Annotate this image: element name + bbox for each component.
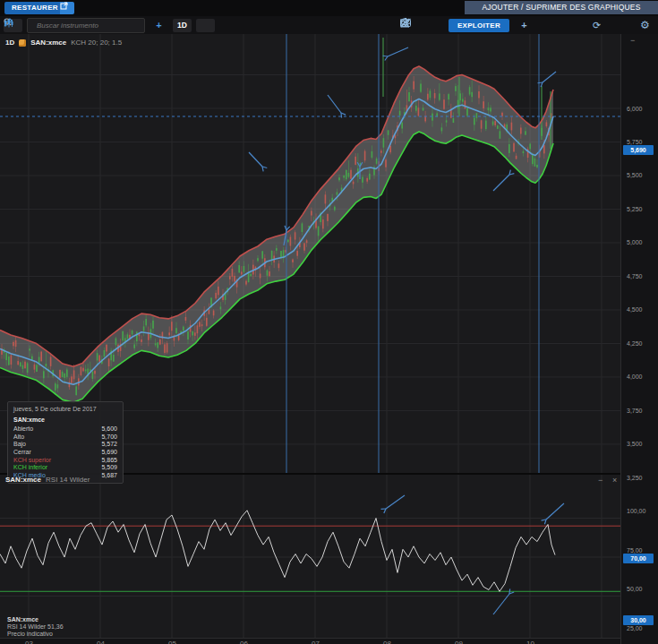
refresh-icon: ⟳: [593, 20, 601, 31]
time-tick-label: 04: [97, 640, 105, 644]
top-bar: RESTAURER AJOUTER / SUPRIMER DES GRAPHIQ…: [0, 0, 658, 16]
tooltip-row: KCH inferior5,509: [13, 464, 117, 472]
chart-style-button[interactable]: [196, 19, 215, 32]
time-tick-label: 03: [25, 640, 33, 644]
restore-tab[interactable]: RESTAURER: [4, 2, 65, 14]
exploit-button[interactable]: EXPLOITER: [449, 19, 509, 32]
chart-toolbar: + 1D EXPLOIT: [0, 16, 658, 35]
price-tick-label: 5,250: [627, 206, 643, 213]
legend-symbol: SAN:xmce: [7, 616, 64, 623]
gear-icon: ⚙: [640, 19, 650, 31]
search-input[interactable]: [35, 21, 141, 30]
last-price-badge: 5,690: [623, 145, 654, 155]
rsi-indicator-label[interactable]: RSI 14 Wilder: [46, 476, 90, 484]
legend-price-type: Precio indicativo: [7, 631, 64, 638]
add-remove-charts-button[interactable]: AJOUTER / SUPRIMER DES GRAPHIQUES: [465, 1, 658, 14]
rsi-pane[interactable]: [0, 473, 620, 640]
toolbar-right-group: EXPLOITER + ⟳ ⚙: [400, 18, 654, 32]
rsi-legend: SAN:xmce RSI 14 Wilder 51,36 Precio indi…: [7, 616, 64, 638]
rsi-minimize-button[interactable]: −: [598, 476, 602, 485]
trend-line-button[interactable]: [424, 19, 443, 32]
price-tick-label: 5,000: [627, 239, 643, 246]
tooltip-row: KCH superior5,865: [13, 457, 117, 465]
price-tick-label: 4,500: [627, 306, 643, 313]
rsi-level-badge: 70,00: [623, 554, 654, 563]
rsi-canvas[interactable]: [0, 475, 620, 640]
tooltip-symbol: SAN:xmce: [13, 416, 117, 425]
interval-label: 1D: [5, 39, 14, 47]
tooltip-rows: Abierto5,600Alto5,700Bajo5,572Cerrar5,69…: [13, 425, 117, 479]
price-axis[interactable]: 5,690 6,0005,7505,5005,2505,0004,7504,50…: [620, 34, 658, 644]
price-tick-label: 4,250: [627, 340, 643, 348]
rsi-level-badge: 30,00: [623, 615, 654, 625]
main-pane-minimize-button[interactable]: −: [630, 37, 635, 45]
zoom-button[interactable]: [563, 19, 582, 32]
rsi-symbol-label[interactable]: SAN:xmce: [5, 476, 41, 484]
rsi-tick-label: 100,00: [627, 508, 645, 515]
time-tick-label: 09: [455, 640, 463, 644]
rsi-line: [0, 511, 555, 592]
tooltip-row: Bajo5,572: [13, 441, 117, 449]
main-chart-header: 1D SAN:xmce KCH 20; 20; 1.5: [5, 39, 122, 47]
instrument-search[interactable]: [27, 18, 145, 33]
tooltip-row: Cerrar5,690: [13, 449, 117, 457]
price-tick-label: 4,000: [627, 374, 643, 381]
instrument-logo-icon: [19, 39, 26, 47]
time-tick-label: 07: [312, 640, 320, 644]
popout-button[interactable]: [60, 2, 74, 14]
time-tick-label: 10: [526, 640, 534, 644]
price-tick-label: 3,500: [627, 441, 643, 448]
price-tick-label: 3,250: [627, 475, 643, 482]
time-tick-label: 06: [240, 640, 248, 644]
rsi-annotation-arrows: [381, 495, 564, 614]
compare-button[interactable]: [539, 19, 558, 32]
tooltip-row: Abierto5,600: [13, 425, 117, 434]
price-tick-label: 6,000: [627, 106, 643, 113]
symbol-label[interactable]: SAN:xmce: [30, 39, 66, 47]
legend-rsi-value: RSI 14 Wilder 51,36: [7, 623, 64, 631]
time-tick-label: 05: [168, 640, 176, 644]
time-axis[interactable]: 0304050607080910: [0, 638, 620, 644]
add-instrument-button[interactable]: +: [150, 19, 168, 32]
rsi-header: SAN:xmce RSI 14 Wilder: [5, 476, 90, 484]
indicator-label[interactable]: KCH 20; 20; 1.5: [71, 39, 122, 47]
interval-button[interactable]: 1D: [173, 19, 192, 32]
time-tick-label: 08: [383, 640, 391, 644]
refresh-button[interactable]: ⟳: [587, 19, 606, 32]
tooltip-row: Alto5,700: [13, 434, 117, 442]
snapshot-button[interactable]: [611, 19, 630, 32]
ohlc-tooltip: jueves, 5 De octubre De 2017 SAN:xmce Ab…: [7, 401, 124, 484]
rsi-close-button[interactable]: ×: [612, 476, 617, 485]
price-tick-label: 4,750: [627, 273, 643, 280]
tooltip-date: jueves, 5 De octubre De 2017: [13, 406, 117, 414]
price-tick-label: 5,500: [627, 172, 643, 179]
settings-button[interactable]: ⚙: [636, 19, 654, 32]
toolbar-left-group: + 1D: [4, 18, 215, 32]
candles-layer: [1, 38, 551, 396]
trading-app-window: RESTAURER AJOUTER / SUPRIMER DES GRAPHIQ…: [0, 0, 658, 644]
price-tick-label: 3,750: [627, 408, 643, 415]
rsi-tick-label: 25,00: [627, 625, 643, 632]
add-panel-button[interactable]: +: [515, 19, 534, 32]
rsi-tick-label: 50,00: [627, 586, 643, 593]
